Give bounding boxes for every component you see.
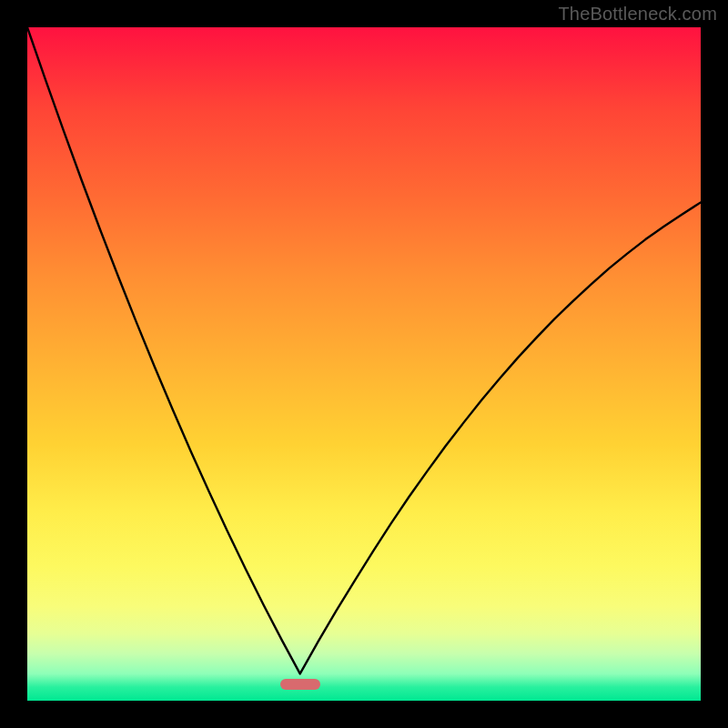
watermark-text: TheBottleneck.com (558, 4, 717, 25)
minimum-marker (280, 679, 320, 690)
bottleneck-curve (27, 27, 701, 701)
chart-plot-area (27, 27, 701, 701)
